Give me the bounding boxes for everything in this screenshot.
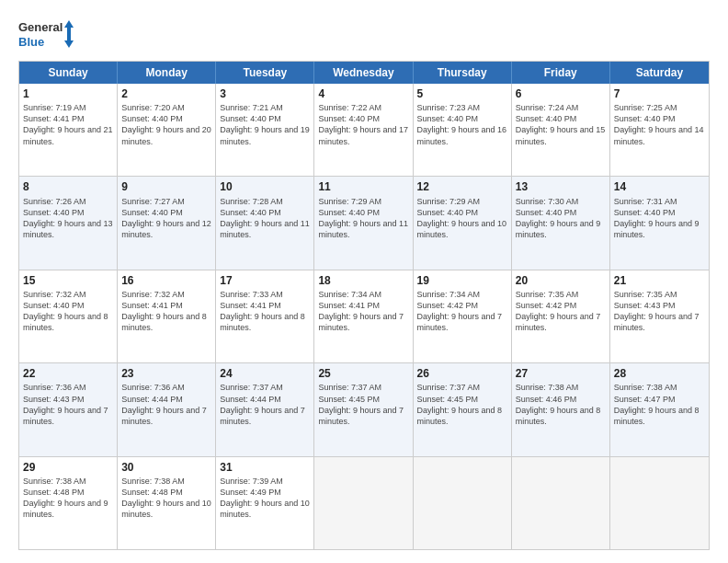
day-number: 19 — [417, 273, 507, 288]
calendar-cell: 29Sunrise: 7:38 AMSunset: 4:48 PMDayligh… — [19, 457, 118, 549]
cell-info: Sunrise: 7:29 AMSunset: 4:40 PMDaylight:… — [417, 196, 507, 241]
logo: General Blue — [18, 17, 74, 52]
calendar-row-2: 8Sunrise: 7:26 AMSunset: 4:40 PMDaylight… — [19, 177, 709, 270]
day-number: 26 — [417, 366, 507, 381]
day-number: 11 — [318, 179, 408, 194]
cell-info: Sunrise: 7:26 AMSunset: 4:40 PMDaylight:… — [23, 196, 113, 241]
svg-marker-2 — [64, 20, 74, 48]
day-number: 22 — [23, 366, 113, 381]
day-number: 7 — [614, 86, 705, 101]
header-day-monday: Monday — [118, 62, 216, 84]
svg-text:General: General — [18, 20, 63, 34]
day-number: 9 — [121, 179, 211, 194]
calendar-cell: 26Sunrise: 7:37 AMSunset: 4:45 PMDayligh… — [414, 363, 512, 455]
calendar-cell: 22Sunrise: 7:36 AMSunset: 4:43 PMDayligh… — [19, 363, 118, 455]
cell-info: Sunrise: 7:36 AMSunset: 4:44 PMDaylight:… — [121, 382, 211, 427]
calendar-row-5: 29Sunrise: 7:38 AMSunset: 4:48 PMDayligh… — [19, 457, 709, 549]
calendar-header-row: SundayMondayTuesdayWednesdayThursdayFrid… — [19, 62, 709, 84]
calendar-cell: 19Sunrise: 7:34 AMSunset: 4:42 PMDayligh… — [414, 270, 512, 362]
cell-info: Sunrise: 7:20 AMSunset: 4:40 PMDaylight:… — [121, 102, 211, 147]
calendar-cell: 20Sunrise: 7:35 AMSunset: 4:42 PMDayligh… — [512, 270, 610, 362]
day-number: 28 — [614, 366, 705, 381]
calendar-row-3: 15Sunrise: 7:32 AMSunset: 4:40 PMDayligh… — [19, 270, 709, 363]
day-number: 20 — [516, 273, 606, 288]
header: General Blue — [18, 17, 710, 52]
cell-info: Sunrise: 7:34 AMSunset: 4:42 PMDaylight:… — [417, 289, 507, 334]
calendar-cell — [512, 457, 610, 549]
calendar-cell: 3Sunrise: 7:21 AMSunset: 4:40 PMDaylight… — [216, 84, 314, 176]
calendar-cell — [414, 457, 512, 549]
cell-info: Sunrise: 7:37 AMSunset: 4:45 PMDaylight:… — [417, 382, 507, 427]
calendar-cell: 11Sunrise: 7:29 AMSunset: 4:40 PMDayligh… — [314, 177, 413, 269]
cell-info: Sunrise: 7:25 AMSunset: 4:40 PMDaylight:… — [614, 102, 705, 147]
cell-info: Sunrise: 7:32 AMSunset: 4:41 PMDaylight:… — [121, 289, 211, 334]
day-number: 8 — [23, 179, 113, 194]
cell-info: Sunrise: 7:31 AMSunset: 4:40 PMDaylight:… — [614, 196, 705, 241]
cell-info: Sunrise: 7:32 AMSunset: 4:40 PMDaylight:… — [23, 289, 113, 334]
calendar-cell: 23Sunrise: 7:36 AMSunset: 4:44 PMDayligh… — [118, 363, 216, 455]
cell-info: Sunrise: 7:38 AMSunset: 4:46 PMDaylight:… — [516, 382, 606, 427]
day-number: 10 — [220, 179, 310, 194]
cell-info: Sunrise: 7:35 AMSunset: 4:43 PMDaylight:… — [614, 289, 705, 334]
day-number: 17 — [220, 273, 310, 288]
calendar-cell: 18Sunrise: 7:34 AMSunset: 4:41 PMDayligh… — [314, 270, 413, 362]
day-number: 25 — [318, 366, 408, 381]
cell-info: Sunrise: 7:37 AMSunset: 4:45 PMDaylight:… — [318, 382, 408, 427]
day-number: 4 — [318, 86, 408, 101]
calendar-cell — [610, 457, 709, 549]
day-number: 23 — [121, 366, 211, 381]
calendar-cell: 17Sunrise: 7:33 AMSunset: 4:41 PMDayligh… — [216, 270, 314, 362]
cell-info: Sunrise: 7:27 AMSunset: 4:40 PMDaylight:… — [121, 196, 211, 241]
calendar-cell: 8Sunrise: 7:26 AMSunset: 4:40 PMDaylight… — [19, 177, 118, 269]
cell-info: Sunrise: 7:24 AMSunset: 4:40 PMDaylight:… — [516, 102, 606, 147]
calendar-cell: 9Sunrise: 7:27 AMSunset: 4:40 PMDaylight… — [118, 177, 216, 269]
cell-info: Sunrise: 7:38 AMSunset: 4:47 PMDaylight:… — [614, 382, 705, 427]
day-number: 1 — [23, 86, 113, 101]
header-day-friday: Friday — [512, 62, 610, 84]
cell-info: Sunrise: 7:37 AMSunset: 4:44 PMDaylight:… — [220, 382, 310, 427]
calendar-body: 1Sunrise: 7:19 AMSunset: 4:41 PMDaylight… — [19, 84, 709, 549]
calendar-cell: 14Sunrise: 7:31 AMSunset: 4:40 PMDayligh… — [610, 177, 709, 269]
calendar-cell: 4Sunrise: 7:22 AMSunset: 4:40 PMDaylight… — [314, 84, 413, 176]
calendar-cell: 31Sunrise: 7:39 AMSunset: 4:49 PMDayligh… — [216, 457, 314, 549]
calendar-cell — [314, 457, 413, 549]
day-number: 18 — [318, 273, 408, 288]
calendar-cell: 15Sunrise: 7:32 AMSunset: 4:40 PMDayligh… — [19, 270, 118, 362]
header-day-wednesday: Wednesday — [314, 62, 413, 84]
header-day-thursday: Thursday — [414, 62, 512, 84]
cell-info: Sunrise: 7:38 AMSunset: 4:48 PMDaylight:… — [121, 476, 211, 521]
day-number: 29 — [23, 460, 113, 475]
cell-info: Sunrise: 7:30 AMSunset: 4:40 PMDaylight:… — [516, 196, 606, 241]
day-number: 27 — [516, 366, 606, 381]
day-number: 2 — [121, 86, 211, 101]
day-number: 12 — [417, 179, 507, 194]
header-day-saturday: Saturday — [610, 62, 709, 84]
calendar-cell: 16Sunrise: 7:32 AMSunset: 4:41 PMDayligh… — [118, 270, 216, 362]
day-number: 21 — [614, 273, 705, 288]
cell-info: Sunrise: 7:34 AMSunset: 4:41 PMDaylight:… — [318, 289, 408, 334]
cell-info: Sunrise: 7:23 AMSunset: 4:40 PMDaylight:… — [417, 102, 507, 147]
day-number: 14 — [614, 179, 705, 194]
calendar-cell: 10Sunrise: 7:28 AMSunset: 4:40 PMDayligh… — [216, 177, 314, 269]
day-number: 30 — [121, 460, 211, 475]
calendar-cell: 2Sunrise: 7:20 AMSunset: 4:40 PMDaylight… — [118, 84, 216, 176]
page: General Blue SundayMondayTuesdayWednesda… — [0, 0, 728, 563]
logo-icon: General Blue — [18, 17, 74, 52]
calendar-row-1: 1Sunrise: 7:19 AMSunset: 4:41 PMDaylight… — [19, 84, 709, 177]
day-number: 6 — [516, 86, 606, 101]
day-number: 24 — [220, 366, 310, 381]
cell-info: Sunrise: 7:39 AMSunset: 4:49 PMDaylight:… — [220, 476, 310, 521]
calendar-cell: 30Sunrise: 7:38 AMSunset: 4:48 PMDayligh… — [118, 457, 216, 549]
day-number: 15 — [23, 273, 113, 288]
cell-info: Sunrise: 7:33 AMSunset: 4:41 PMDaylight:… — [220, 289, 310, 334]
cell-info: Sunrise: 7:21 AMSunset: 4:40 PMDaylight:… — [220, 102, 310, 147]
calendar-cell: 24Sunrise: 7:37 AMSunset: 4:44 PMDayligh… — [216, 363, 314, 455]
day-number: 3 — [220, 86, 310, 101]
calendar-cell: 13Sunrise: 7:30 AMSunset: 4:40 PMDayligh… — [512, 177, 610, 269]
calendar-cell: 25Sunrise: 7:37 AMSunset: 4:45 PMDayligh… — [314, 363, 413, 455]
calendar-cell: 7Sunrise: 7:25 AMSunset: 4:40 PMDaylight… — [610, 84, 709, 176]
header-day-sunday: Sunday — [19, 62, 118, 84]
svg-text:Blue: Blue — [18, 35, 44, 49]
cell-info: Sunrise: 7:22 AMSunset: 4:40 PMDaylight:… — [318, 102, 408, 147]
calendar-cell: 21Sunrise: 7:35 AMSunset: 4:43 PMDayligh… — [610, 270, 709, 362]
